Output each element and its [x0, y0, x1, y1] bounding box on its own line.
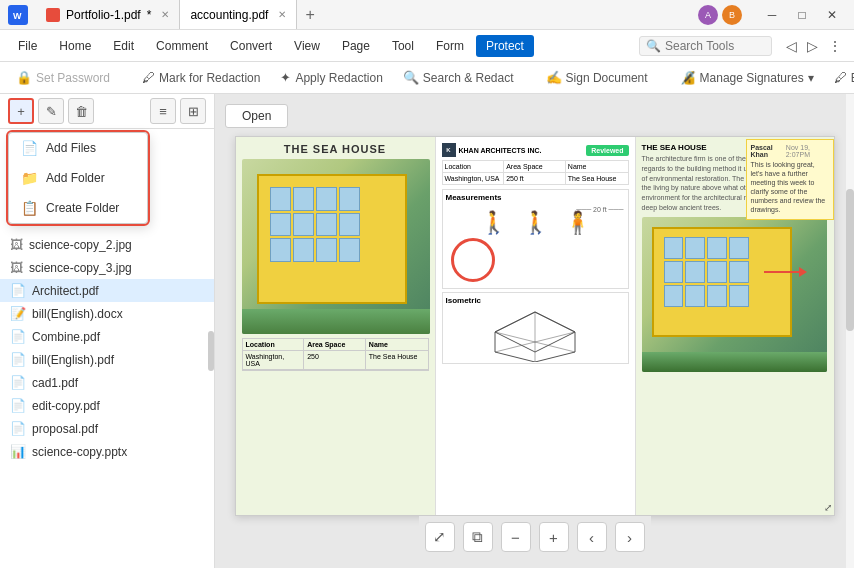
lock-icon: 🔒 — [16, 70, 32, 85]
pdf-preview: THE SEA HOUSE — [235, 136, 835, 516]
edit-button[interactable]: ✎ — [38, 98, 64, 124]
menu-comment[interactable]: Comment — [146, 35, 218, 57]
left-panel-table: Location Area Space Name Washington, USA… — [242, 338, 429, 371]
apply-icon: ✦ — [280, 70, 291, 85]
win-close[interactable]: ✕ — [818, 5, 846, 25]
zoom-in-button[interactable]: + — [539, 522, 569, 552]
list-item[interactable]: 📄 bill(English).pdf — [0, 348, 214, 371]
sidebar-scrollbar[interactable] — [208, 94, 214, 568]
menu-tool[interactable]: Tool — [382, 35, 424, 57]
add-files-item[interactable]: 📄 Add Files — [9, 133, 147, 163]
search-input[interactable] — [665, 39, 765, 53]
open-button[interactable]: Open — [225, 104, 288, 128]
pdf-left-panel: THE SEA HOUSE — [236, 137, 436, 515]
file-icon: 📄 — [10, 421, 26, 436]
back-button[interactable]: ◁ — [782, 36, 801, 56]
list-item[interactable]: 🖼 science-copy_3.jpg — [0, 256, 214, 279]
list-item[interactable]: 📄 edit-copy.pdf — [0, 394, 214, 417]
add-folder-label: Add Folder — [46, 171, 105, 185]
menu-view[interactable]: View — [284, 35, 330, 57]
zoom-out-button[interactable]: − — [501, 522, 531, 552]
left-panel-image — [242, 159, 430, 334]
plus-icon: + — [17, 104, 25, 119]
iso-title: Isometric — [446, 296, 625, 305]
list-item[interactable]: 📄 Combine.pdf — [0, 325, 214, 348]
sign-icon: ✍ — [546, 70, 562, 85]
search-tools[interactable]: 🔍 — [639, 36, 772, 56]
file-icon: 📄 — [10, 375, 26, 390]
content-scroll-thumb[interactable] — [846, 189, 854, 331]
next-page-button[interactable]: › — [615, 522, 645, 552]
edit-icon: ✎ — [46, 104, 57, 119]
fit-button[interactable]: ⧉ — [463, 522, 493, 552]
pdf-right-panel: THE SEA HOUSE The architecture firm is o… — [636, 137, 835, 515]
table-cell-location: Washington, USA — [243, 351, 305, 370]
prev-page-button[interactable]: ‹ — [577, 522, 607, 552]
menu-form[interactable]: Form — [426, 35, 474, 57]
file-label: edit-copy.pdf — [32, 399, 204, 413]
area-val: 250 ft — [504, 172, 566, 184]
protect-toolbar: 🔒 Set Password 🖊 Mark for Redaction ✦ Ap… — [0, 62, 854, 94]
menu-file[interactable]: File — [8, 35, 47, 57]
menu-page[interactable]: Page — [332, 35, 380, 57]
table-header-name: Name — [366, 339, 428, 351]
create-folder-icon: 📋 — [21, 200, 38, 216]
figure-3: 🧍 — [564, 210, 591, 236]
mark-icon: 🖊 — [142, 70, 155, 85]
add-folder-item[interactable]: 📁 Add Folder — [9, 163, 147, 193]
add-files-label: Add Files — [46, 141, 96, 155]
menu-home[interactable]: Home — [49, 35, 101, 57]
tab-accounting[interactable]: accounting.pdf ✕ — [180, 0, 297, 29]
list-item[interactable]: 📄 proposal.pdf — [0, 417, 214, 440]
titlebar: W Portfolio-1.pdf * ✕ accounting.pdf ✕ +… — [0, 0, 854, 30]
list-item[interactable]: 📊 science-copy.pptx — [0, 440, 214, 463]
grid-view-button[interactable]: ⊞ — [180, 98, 206, 124]
sidebar-scroll-thumb[interactable] — [208, 331, 214, 371]
tab-portfolio-close[interactable]: ✕ — [161, 9, 169, 20]
list-item-architect[interactable]: 📄 Architect.pdf — [0, 279, 214, 302]
figures-container: 🚶 🚶 🧍 — [446, 210, 625, 236]
table-header-location: Location — [243, 339, 305, 351]
menu-convert[interactable]: Convert — [220, 35, 282, 57]
tab-group: Portfolio-1.pdf * ✕ accounting.pdf ✕ + — [36, 0, 694, 29]
circle-annotation — [451, 238, 495, 282]
comment-date: Nov 19, 2:07PM — [786, 144, 829, 158]
file-icon: 📄 — [10, 352, 26, 367]
create-folder-label: Create Folder — [46, 201, 119, 215]
menu-edit[interactable]: Edit — [103, 35, 144, 57]
add-folder-icon: 📁 — [21, 170, 38, 186]
search-redact-btn[interactable]: 🔍 Search & Redact — [395, 67, 522, 88]
forward-button[interactable]: ▷ — [803, 36, 822, 56]
tab-portfolio[interactable]: Portfolio-1.pdf * ✕ — [36, 0, 180, 29]
delete-button[interactable]: 🗑 — [68, 98, 94, 124]
apply-redaction-btn[interactable]: ✦ Apply Redaction — [272, 67, 390, 88]
tab-accounting-close[interactable]: ✕ — [278, 9, 286, 20]
win-minimize[interactable]: ─ — [758, 5, 786, 25]
file-label: science-copy_2.jpg — [29, 238, 204, 252]
loc-val: Washington, USA — [443, 172, 505, 184]
win-maximize[interactable]: □ — [788, 5, 816, 25]
more-button[interactable]: ⋮ — [824, 36, 846, 56]
manage-signatures-btn[interactable]: 🔏 Manage Signatures ▾ — [672, 67, 822, 88]
mark-redaction-btn[interactable]: 🖊 Mark for Redaction — [134, 67, 268, 88]
main-layout: + ✎ 🗑 ≡ ⊞ 📄 Add Files 📁 Ad — [0, 94, 854, 568]
add-file-icon: 📄 — [21, 140, 38, 156]
electronic-btn[interactable]: 🖊 Electro... — [826, 67, 854, 88]
table-cell-name: The Sea House — [366, 351, 428, 370]
sign-document-btn[interactable]: ✍ Sign Document — [538, 67, 656, 88]
add-button[interactable]: + — [8, 98, 34, 124]
comment-author: Pascal Khan — [751, 144, 786, 158]
set-password-btn[interactable]: 🔒 Set Password — [8, 67, 118, 88]
new-tab-button[interactable]: + — [297, 0, 322, 29]
content-scrollbar[interactable] — [846, 94, 854, 568]
expand-button[interactable]: ⤢ — [425, 522, 455, 552]
file-label: science-copy_3.jpg — [29, 261, 204, 275]
history-nav: ◁ ▷ ⋮ — [782, 36, 846, 56]
create-folder-item[interactable]: 📋 Create Folder — [9, 193, 147, 223]
list-item[interactable]: 📄 cad1.pdf — [0, 371, 214, 394]
list-item[interactable]: 🖼 science-copy_2.jpg — [0, 233, 214, 256]
list-item[interactable]: 📝 bill(English).docx — [0, 302, 214, 325]
list-view-button[interactable]: ≡ — [150, 98, 176, 124]
sidebar: + ✎ 🗑 ≡ ⊞ 📄 Add Files 📁 Ad — [0, 94, 215, 568]
menu-protect[interactable]: Protect — [476, 35, 534, 57]
